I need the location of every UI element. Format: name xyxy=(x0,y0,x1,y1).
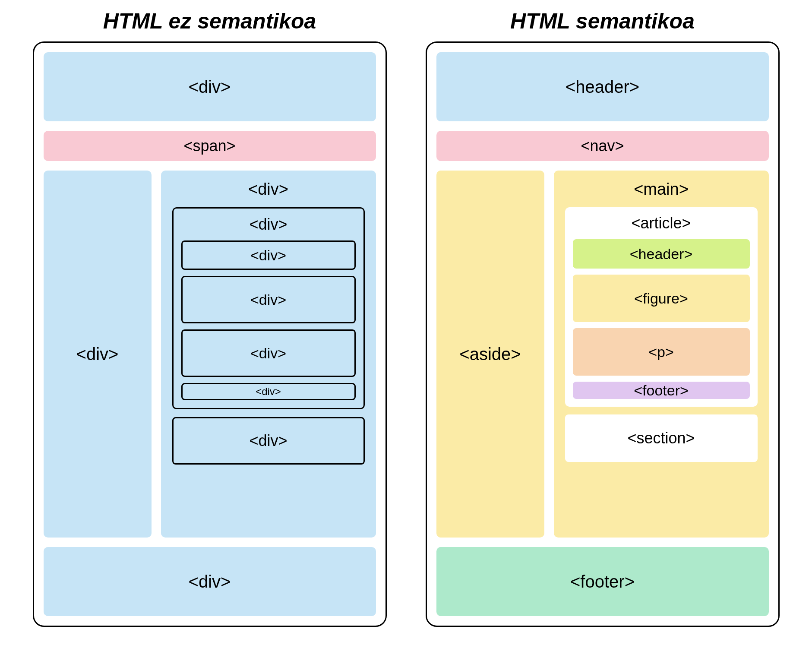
ns-middle-row: <div> <div> <div> <div> <div> <div> <div… xyxy=(44,171,376,538)
non-semantic-frame: <div> <span> <div> <div> <div> <div> <di… xyxy=(33,41,387,627)
non-semantic-title: HTML ez semantikoa xyxy=(103,9,316,34)
s-section-box: <section> xyxy=(565,414,758,462)
s-article-label: <article> xyxy=(573,213,750,233)
semantic-column: HTML semantikoa <header> <nav> <aside> <… xyxy=(426,9,780,627)
non-semantic-column: HTML ez semantikoa <div> <span> <div> <d… xyxy=(33,9,387,627)
ns-inner-figure: <div> xyxy=(181,276,356,323)
ns-aside-box: <div> xyxy=(44,171,152,538)
ns-nav-box: <span> xyxy=(44,131,376,161)
s-inner-footer: <footer> xyxy=(573,382,750,399)
diagram-wrapper: HTML ez semantikoa <div> <span> <div> <d… xyxy=(26,9,786,627)
s-nav-box: <nav> xyxy=(436,131,769,161)
ns-inner-header: <div> xyxy=(181,240,356,270)
ns-main-box: <div> <div> <div> <div> <div> <div> <div… xyxy=(161,171,376,538)
s-header-box: <header> xyxy=(436,52,769,121)
ns-header-box: <div> xyxy=(44,52,376,121)
s-main-label: <main> xyxy=(565,177,758,199)
s-middle-row: <aside> <main> <article> <header> <figur… xyxy=(436,171,769,538)
s-inner-p: <p> xyxy=(573,328,750,376)
ns-main-label: <div> xyxy=(172,177,365,199)
ns-article-label: <div> xyxy=(181,215,356,234)
ns-footer-box: <div> xyxy=(44,547,376,616)
ns-section-box: <div> xyxy=(172,417,365,465)
semantic-title: HTML semantikoa xyxy=(510,9,695,34)
s-footer-box: <footer> xyxy=(436,547,769,616)
semantic-frame: <header> <nav> <aside> <main> <article> … xyxy=(426,41,780,627)
s-inner-figure: <figure> xyxy=(573,275,750,322)
s-main-box: <main> <article> <header> <figure> <p> <… xyxy=(554,171,769,538)
ns-inner-p: <div> xyxy=(181,329,356,377)
ns-article-box: <div> <div> <div> <div> <div> xyxy=(172,207,365,409)
s-inner-header: <header> xyxy=(573,239,750,269)
s-aside-box: <aside> xyxy=(436,171,544,538)
s-article-box: <article> <header> <figure> <p> <footer> xyxy=(565,207,758,407)
ns-inner-footer: <div> xyxy=(181,383,356,400)
